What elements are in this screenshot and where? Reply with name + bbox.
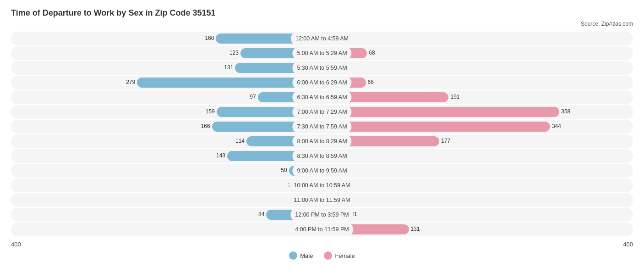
legend-male-label: Male <box>300 252 313 259</box>
legend: Male Female <box>11 251 633 260</box>
axis-left: 400 <box>11 241 21 248</box>
chart-row: 5:30 AM to 5:59 AM13124 <box>11 61 633 75</box>
chart-row: 4:00 PM to 11:59 PM18131 <box>11 223 633 236</box>
female-bar <box>322 107 559 117</box>
time-label: 8:00 AM to 8:29 AM <box>292 134 351 148</box>
female-value: 344 <box>552 123 561 129</box>
chart-row: 8:30 AM to 8:59 AM14317 <box>11 149 633 163</box>
legend-female-dot <box>324 251 332 260</box>
axis-right: 400 <box>623 241 633 248</box>
chart-row: 12:00 AM to 4:59 AM16029 <box>11 32 633 45</box>
legend-male-dot <box>289 251 297 260</box>
female-value: 177 <box>441 138 450 144</box>
time-label: 5:30 AM to 5:59 AM <box>292 61 351 75</box>
male-value: 114 <box>235 138 245 144</box>
chart-area: 12:00 AM to 4:59 AM160295:00 AM to 5:29 … <box>11 32 633 236</box>
chart-row: 6:30 AM to 6:59 AM97191 <box>11 90 633 104</box>
time-label: 4:00 PM to 11:59 PM <box>290 223 353 236</box>
female-value: 131 <box>411 226 420 232</box>
male-value: 131 <box>224 64 233 71</box>
female-value: 68 <box>369 50 375 56</box>
chart-row: 7:30 AM to 7:59 AM166344 <box>11 120 633 134</box>
female-value: 358 <box>561 108 570 115</box>
time-label: 7:30 AM to 7:59 AM <box>292 120 351 134</box>
female-bar <box>322 122 550 132</box>
legend-female-label: Female <box>335 252 355 259</box>
time-label: 6:00 AM to 6:29 AM <box>292 76 351 89</box>
time-label: 12:00 PM to 3:59 PM <box>290 208 353 222</box>
time-label: 10:00 AM to 10:59 AM <box>289 178 355 192</box>
chart-row: 7:00 AM to 7:29 AM159358 <box>11 105 633 119</box>
male-value: 279 <box>126 79 135 85</box>
male-value: 123 <box>229 50 239 56</box>
source-text: Source: ZipAtlas.com <box>11 21 633 27</box>
male-value: 160 <box>205 35 214 41</box>
female-value: 191 <box>450 94 459 100</box>
male-value: 143 <box>216 152 225 159</box>
chart-row: 5:00 AM to 5:29 AM12368 <box>11 46 633 60</box>
time-label: 12:00 AM to 4:59 AM <box>291 32 353 45</box>
chart-row: 12:00 PM to 3:59 PM8441 <box>11 208 633 222</box>
chart-row: 9:00 AM to 9:59 AM504 <box>11 164 633 178</box>
time-label: 5:00 AM to 5:29 AM <box>292 46 351 60</box>
chart-row: 10:00 AM to 10:59 AM3931 <box>11 178 633 192</box>
male-value: 166 <box>201 123 210 129</box>
chart-row: 11:00 AM to 11:59 AM09 <box>11 193 633 207</box>
axis-row: 400 400 <box>11 241 633 248</box>
chart-row: 6:00 AM to 6:29 AM27966 <box>11 76 633 89</box>
page-title: Time of Departure to Work by Sex in Zip … <box>11 8 633 18</box>
male-value: 97 <box>250 94 256 100</box>
legend-female: Female <box>324 251 355 260</box>
time-label: 7:00 AM to 7:29 AM <box>292 105 351 119</box>
time-label: 11:00 AM to 11:59 AM <box>289 193 355 207</box>
male-value: 84 <box>258 211 264 217</box>
time-label: 8:30 AM to 8:59 AM <box>292 149 351 163</box>
time-label: 9:00 AM to 9:59 AM <box>292 164 351 178</box>
female-value: 66 <box>368 79 374 85</box>
chart-row: 8:00 AM to 8:29 AM114177 <box>11 134 633 148</box>
male-value: 159 <box>206 108 215 115</box>
male-value: 50 <box>281 167 287 173</box>
time-label: 6:30 AM to 6:59 AM <box>292 90 351 104</box>
legend-male: Male <box>289 251 313 260</box>
